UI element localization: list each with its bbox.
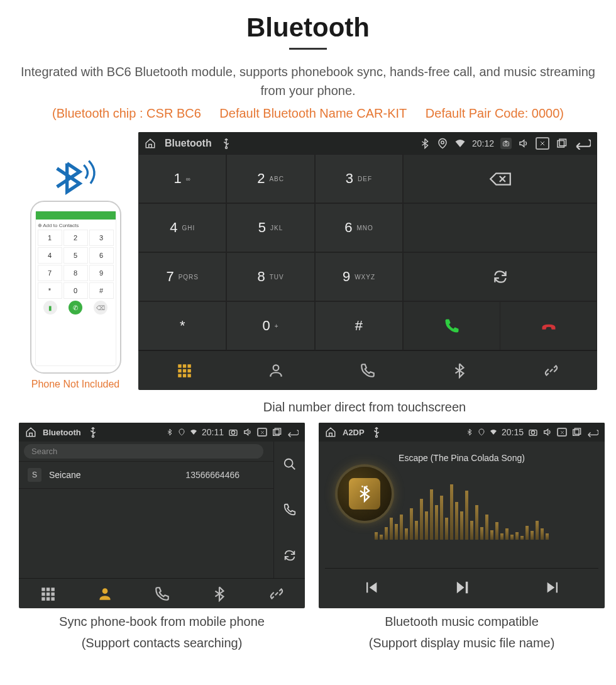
tab-calls[interactable]: [133, 579, 190, 608]
dial-key-8[interactable]: 8TUV: [226, 252, 314, 301]
recent-apps-icon[interactable]: [272, 426, 282, 438]
svg-point-16: [92, 435, 94, 437]
contacts-caption-2: (Support contacts searching): [19, 635, 305, 651]
phone-key: 0: [63, 282, 88, 299]
spec-chip: (Bluetooth chip : CSR BC6: [52, 106, 201, 120]
camera-icon[interactable]: [228, 426, 238, 438]
svg-rect-13: [183, 374, 186, 377]
back-icon[interactable]: [586, 426, 598, 438]
tab-link[interactable]: [505, 351, 597, 390]
contact-row[interactable]: SSeicane13566664466: [19, 462, 273, 489]
recent-apps-icon[interactable]: [556, 138, 567, 149]
dial-key-3[interactable]: 3DEF: [315, 154, 403, 203]
phone-key: 5: [63, 247, 88, 264]
prev-button[interactable]: [362, 579, 380, 599]
tab-dialpad[interactable]: [138, 351, 230, 390]
phone-key: *: [38, 282, 62, 299]
back-icon[interactable]: [573, 138, 591, 149]
svg-rect-22: [41, 588, 45, 591]
dial-key-0[interactable]: 0+: [226, 301, 314, 350]
next-button[interactable]: [544, 579, 562, 599]
home-icon[interactable]: [145, 138, 156, 149]
call-button[interactable]: [404, 302, 500, 350]
svg-rect-26: [46, 592, 49, 595]
wifi-icon: [454, 138, 466, 149]
dialer-caption: Dial number direct from touchscreen: [132, 399, 597, 415]
svg-point-31: [102, 588, 107, 594]
svg-rect-12: [178, 374, 181, 377]
recent-apps-icon[interactable]: [571, 426, 581, 438]
close-app-icon[interactable]: [557, 428, 567, 437]
camera-icon[interactable]: [500, 138, 512, 149]
refresh-icon[interactable]: [283, 540, 297, 571]
svg-rect-28: [41, 597, 45, 600]
phone-mockup: ⊕ Add to Contacts 123456789*0# ▮ ✆ ⌫: [30, 201, 121, 374]
tab-contacts[interactable]: [230, 351, 322, 390]
bluetooth-logo-icon: [50, 157, 101, 194]
tab-bluetooth[interactable]: [190, 579, 248, 608]
album-art: [338, 467, 392, 521]
play-pause-button[interactable]: [453, 579, 471, 599]
phone-key: #: [89, 282, 114, 299]
dial-key-6[interactable]: 6MNO: [315, 203, 403, 252]
tab-link[interactable]: [248, 579, 305, 608]
tab-bluetooth[interactable]: [414, 351, 505, 390]
spec-line: (Bluetooth chip : CSR BC6 Default Blueto…: [19, 106, 597, 121]
hangup-button[interactable]: [500, 302, 597, 350]
bluetooth-status-icon: [419, 138, 431, 149]
dial-key-2[interactable]: 2ABC: [226, 154, 314, 203]
empty-cell: [403, 203, 597, 252]
phone-video-icon: ▮: [43, 301, 57, 315]
wifi-icon: [490, 426, 497, 438]
back-icon[interactable]: [286, 426, 299, 438]
phone-key: 4: [38, 247, 62, 264]
tab-contacts[interactable]: [76, 579, 133, 608]
subtitle: Integrated with BC6 Bluetooth module, su…: [19, 62, 597, 100]
phone-call-icon: ✆: [69, 301, 82, 315]
search-input[interactable]: Search: [24, 444, 263, 459]
svg-rect-10: [183, 369, 186, 372]
tab-calls[interactable]: [322, 351, 414, 390]
svg-rect-6: [178, 364, 181, 367]
volume-icon[interactable]: [518, 138, 529, 149]
song-title: Escape (The Pina Colada Song): [399, 453, 525, 463]
dial-key-9[interactable]: 9WXYZ: [315, 252, 403, 301]
call-icon[interactable]: [283, 494, 297, 525]
status-time: 20:12: [472, 138, 494, 148]
dial-key-4[interactable]: 4GHI: [138, 203, 226, 252]
refresh-button[interactable]: [403, 252, 597, 301]
svg-rect-24: [51, 588, 54, 591]
volume-icon[interactable]: [542, 426, 553, 438]
dial-key-*[interactable]: *: [138, 301, 226, 350]
dial-key-7[interactable]: 7PQRS: [138, 252, 226, 301]
status-title: Bluetooth: [165, 138, 212, 149]
home-icon[interactable]: [25, 426, 36, 438]
contact-letter: S: [28, 468, 41, 482]
backspace-button[interactable]: [403, 154, 597, 203]
home-icon[interactable]: [325, 426, 336, 438]
tab-dialpad[interactable]: [19, 579, 76, 608]
dial-key-#[interactable]: #: [315, 301, 403, 350]
svg-rect-11: [187, 369, 190, 372]
phone-key: 3: [89, 230, 114, 246]
phone-key: 7: [38, 265, 62, 281]
equalizer: [375, 483, 549, 540]
svg-rect-30: [51, 597, 54, 600]
close-app-icon[interactable]: [257, 428, 267, 437]
search-icon[interactable]: [283, 448, 297, 480]
title-underline: [289, 48, 327, 50]
wifi-icon: [190, 426, 197, 438]
close-app-icon[interactable]: [536, 137, 549, 150]
svg-point-21: [284, 459, 292, 467]
location-icon: [437, 138, 448, 149]
dial-key-1[interactable]: 1∞: [138, 154, 226, 203]
dial-key-5[interactable]: 5JKL: [226, 203, 314, 252]
camera-icon[interactable]: [528, 426, 538, 438]
bluetooth-status-icon: [166, 426, 173, 438]
status-title: A2DP: [343, 428, 365, 437]
spec-name: Default Bluetooth Name CAR-KIT: [219, 106, 407, 120]
volume-icon[interactable]: [243, 426, 253, 438]
status-title: Bluetooth: [43, 428, 81, 437]
contacts-panel: Bluetooth 20:11: [19, 423, 305, 608]
svg-rect-27: [51, 592, 54, 595]
